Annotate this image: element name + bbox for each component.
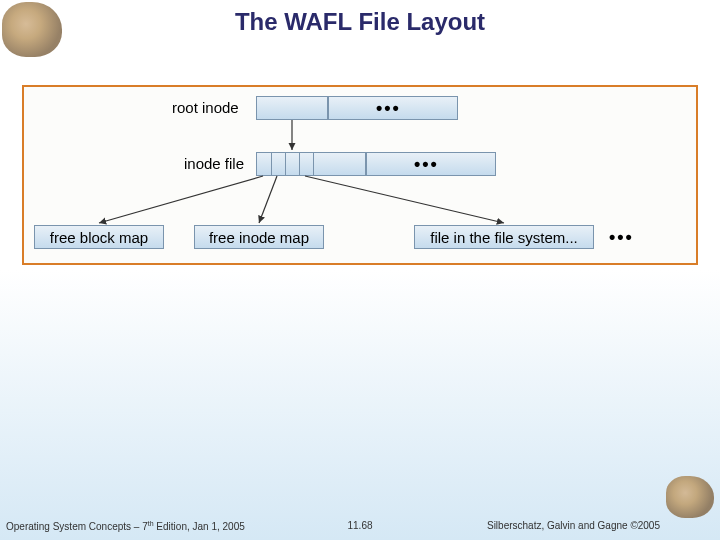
root-inode-label: root inode [172,99,239,116]
free-inode-map-box: free inode map [194,225,324,249]
inode-file-box [256,152,366,176]
footer-page-number: 11.68 [347,520,372,531]
dinosaur-logo-bottom-right [666,476,714,518]
footer-right: Silberschatz, Galvin and Gagne ©2005 [487,520,660,531]
svg-line-3 [305,176,504,223]
ellipsis-icon: ••• [376,98,401,119]
footer: Operating System Concepts – 7th Edition,… [0,520,720,536]
file-in-fs-label: file in the file system... [430,229,578,246]
svg-line-2 [259,176,277,223]
free-block-map-box: free block map [34,225,164,249]
ellipsis-icon: ••• [609,227,634,248]
free-inode-map-label: free inode map [209,229,309,246]
wafl-diagram: root inode ••• inode file ••• free block… [22,85,698,265]
file-in-fs-box: file in the file system... [414,225,594,249]
svg-line-1 [99,176,263,223]
ellipsis-icon: ••• [414,154,439,175]
inode-file-label: inode file [184,155,244,172]
free-block-map-label: free block map [50,229,148,246]
slide-title: The WAFL File Layout [0,8,720,36]
footer-left: Operating System Concepts – 7th Edition,… [6,520,245,532]
root-inode-box [256,96,328,120]
